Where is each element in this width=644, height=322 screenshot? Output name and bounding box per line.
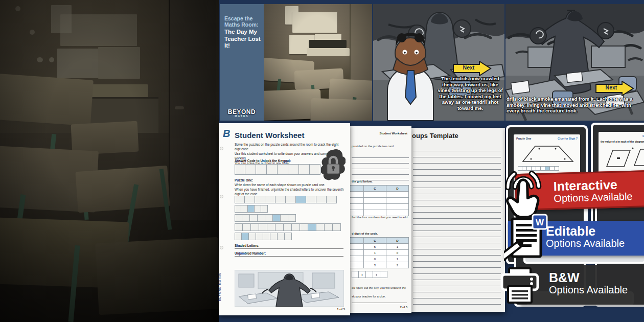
cover-title: The Day My Teacher Lost It!: [224, 29, 261, 50]
preview-collage: Escape the Maths Room: The Day My Teache…: [219, 0, 644, 322]
grid-table-1: C D: [349, 185, 409, 216]
trapezoid-shape: [520, 145, 576, 163]
puzzle-one-text-2: When you have finished, unjumble the sha…: [235, 188, 345, 197]
bw-badge: B&W Options Available: [498, 261, 644, 308]
grid-cell: [386, 204, 409, 210]
letter-cell: [275, 196, 286, 203]
letter-box-row: [235, 205, 341, 213]
template-page: oups Template: [409, 128, 505, 312]
answer-code-label: Answer Code to Unlock the Keypad:: [235, 159, 291, 163]
puzzle-card-1-clue: Clue for Digit 7: [558, 137, 578, 140]
letter-cell: [235, 196, 245, 203]
letter-cell: [255, 205, 261, 213]
classroom-photo-dark: [0, 0, 219, 322]
beyond-logo: BEYOND MATHS: [220, 108, 264, 118]
template-ruled-lines: [413, 145, 501, 305]
letter-cell: [235, 233, 242, 240]
grid1-row: [349, 204, 409, 210]
letter-cell: [306, 196, 316, 203]
grid-cell: 0: [386, 250, 409, 256]
letter-cell: [265, 214, 273, 222]
next-button[interactable]: Next: [595, 81, 634, 96]
puzzle-one-label: Puzzle One:: [235, 178, 253, 182]
letter-box-row: [235, 214, 341, 222]
code-cell: [310, 164, 320, 175]
grid-cell: [349, 256, 364, 262]
grid1-header-c: C: [364, 185, 386, 192]
letter-cell: [242, 233, 249, 240]
letter-cell: [333, 223, 341, 231]
grid1-body: [349, 192, 409, 216]
dot-cell: •: [373, 271, 380, 278]
worksheet2-text: sk your teacher for a clue.: [352, 295, 386, 298]
cover-vignette: [264, 4, 372, 121]
next-button-label: Next: [457, 64, 480, 71]
grid2-row: 10: [349, 250, 409, 256]
editable-badge: Editable Options Available W: [504, 214, 644, 263]
letter-cell: [285, 233, 292, 240]
letter-cell: [281, 214, 288, 222]
template-page-title: oups Template: [412, 132, 458, 140]
letter-cell: [250, 214, 258, 222]
divider: [352, 303, 407, 303]
letter-cell: [251, 223, 259, 231]
letter-box-row: [235, 196, 341, 203]
worksheet2-text: find the four numbers that you need to a…: [352, 216, 407, 219]
letter-cell: [275, 223, 284, 231]
grid-cell: 0: [364, 256, 386, 262]
letter-cell: [284, 223, 292, 231]
code-cell: [278, 164, 288, 175]
letter-cell: [270, 233, 278, 240]
printer-icon: [499, 267, 541, 307]
letter-cell: [292, 223, 300, 231]
worksheet1-title: Student Worksheet: [235, 131, 304, 140]
dot-cell: •: [359, 271, 366, 278]
grid-cell: [349, 198, 364, 204]
code-cell: [235, 164, 245, 175]
letter-cell: [248, 205, 255, 213]
letter-cell: [241, 205, 248, 213]
letter-cell: [258, 214, 265, 222]
editable-badge-title: Editable: [546, 224, 644, 238]
letter-box-row: [235, 233, 341, 240]
grid2-row: 01: [349, 256, 409, 262]
grid2-row: 32: [349, 262, 409, 268]
grid-cell: [349, 250, 364, 256]
beyond-logo-sub: MATHS: [220, 114, 264, 118]
grid-cell: [386, 198, 409, 204]
worksheet2-text: d digit of the code.: [352, 232, 378, 235]
grid2-header-d: D: [386, 237, 409, 244]
grid2-body: 51100132: [349, 244, 409, 268]
next-button[interactable]: Next: [453, 61, 492, 76]
worksheet2-text: ou figure out the key, you will uncover …: [352, 286, 406, 289]
comic-caption-1: The tendrils now crawled their way towar…: [438, 76, 503, 111]
cover-pretitle: Escape the Maths Room:: [224, 15, 260, 28]
grid-cell: [349, 262, 364, 268]
dot-code-row: ••: [352, 271, 387, 278]
letter-cell: [308, 223, 316, 231]
letter-cell: [259, 223, 267, 231]
puzzle-one-rows: [235, 196, 341, 242]
grid-cell: [364, 192, 386, 198]
page-number: 1 of 5: [337, 308, 345, 311]
letter-cell: [316, 223, 325, 231]
letter-cell: [265, 196, 275, 203]
letter-cell: [286, 196, 296, 203]
grid-cell: [364, 204, 386, 210]
interactive-badge-subtitle: Options Available: [554, 190, 644, 204]
answer-code-boxes: [235, 164, 320, 175]
grid-cell: [386, 192, 409, 198]
grid-cell: [349, 204, 364, 210]
word-icon-letter: W: [536, 218, 544, 227]
code-cell: [267, 164, 278, 175]
page-number: 2 of 5: [400, 306, 407, 309]
photo-vignette: [0, 0, 219, 322]
letter-cell: [327, 196, 337, 203]
letter-cell: [245, 196, 255, 203]
grid-cell: [349, 192, 364, 198]
grid-cell: 1: [386, 244, 409, 250]
comic-caption-2: drils of black smoke emanated from it. E…: [507, 96, 639, 114]
grid-cell: 1: [386, 256, 409, 262]
dot-cell: [352, 271, 359, 278]
worksheet2-header: Student Worksheet: [379, 132, 407, 135]
